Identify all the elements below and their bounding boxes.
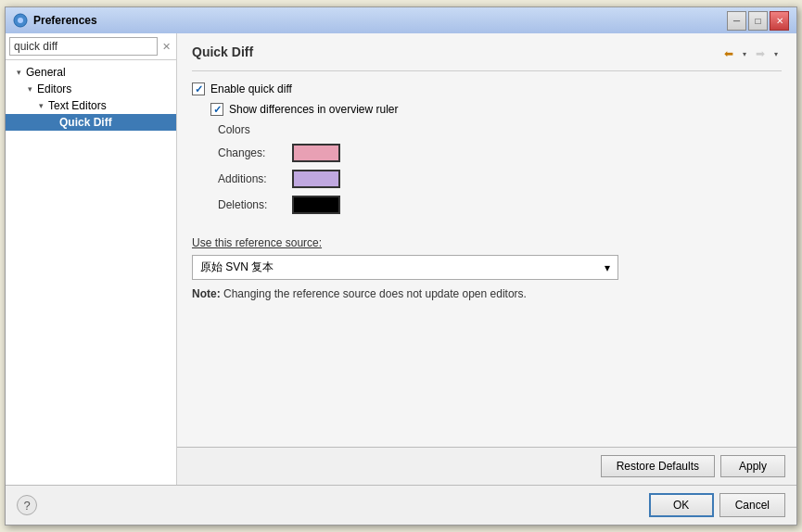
tree-label-quick-diff: Quick Diff <box>59 116 112 129</box>
right-panel-header: Quick Diff ⬅ ▾ ➡ ▾ <box>192 44 782 63</box>
tree-label-text-editors: Text Editors <box>48 99 107 112</box>
tree: ▾ General ▾ Editors ▾ Text Editors Quick… <box>6 60 176 485</box>
enable-quick-diff-label[interactable]: Enable quick diff <box>192 82 292 95</box>
enable-quick-diff-row: Enable quick diff <box>192 82 782 95</box>
show-differences-text: Show differences in overview ruler <box>229 103 399 116</box>
tree-item-general[interactable]: ▾ General <box>6 64 176 81</box>
search-clear-icon[interactable]: ✕ <box>159 41 172 53</box>
cancel-button[interactable]: Cancel <box>719 493 785 517</box>
nav-forward-button[interactable]: ➡ <box>752 46 769 61</box>
deletions-color-row: Deletions: <box>218 196 782 214</box>
help-button[interactable]: ? <box>17 495 37 515</box>
show-differences-label[interactable]: Show differences in overview ruler <box>210 103 399 116</box>
title-bar-icon <box>13 13 28 28</box>
nav-back-dropdown[interactable]: ▾ <box>739 46 750 61</box>
right-panel: Quick Diff ⬅ ▾ ➡ ▾ Enable quick diff <box>177 33 796 447</box>
dialog-footer: ? OK Cancel <box>6 485 796 525</box>
title-bar-text: Preferences <box>33 14 727 27</box>
enable-quick-diff-checkbox[interactable] <box>192 82 205 95</box>
reference-section: Use this reference source: 原始 SVN 复本 ▾ N… <box>192 236 782 300</box>
additions-color-swatch[interactable] <box>292 170 340 188</box>
tree-arrow-quick-diff <box>46 117 57 128</box>
enable-quick-diff-text: Enable quick diff <box>210 82 292 95</box>
svg-point-1 <box>18 18 23 23</box>
tree-item-editors[interactable]: ▾ Editors <box>6 81 176 97</box>
reference-source-label: Use this reference source: <box>192 236 782 249</box>
nav-forward-dropdown[interactable]: ▾ <box>770 46 782 61</box>
nav-area: ⬅ ▾ ➡ ▾ <box>720 46 782 61</box>
show-differences-checkbox[interactable] <box>210 103 223 116</box>
reference-source-dropdown[interactable]: 原始 SVN 复本 ▾ <box>192 255 618 280</box>
title-bar: Preferences ─ □ ✕ <box>6 7 796 33</box>
tree-arrow-editors: ▾ <box>24 83 35 95</box>
additions-color-row: Additions: <box>218 170 782 188</box>
apply-button[interactable]: Apply <box>720 455 785 477</box>
deletions-color-swatch[interactable] <box>292 196 340 214</box>
show-differences-row: Show differences in overview ruler <box>210 103 782 116</box>
nav-back-button[interactable]: ⬅ <box>720 46 737 61</box>
ok-button[interactable]: OK <box>649 493 714 517</box>
tree-label-general: General <box>26 66 66 79</box>
deletions-label: Deletions: <box>218 198 292 211</box>
action-buttons-bar: Restore Defaults Apply <box>177 447 796 485</box>
search-box-container: ✕ <box>6 33 176 60</box>
note-prefix: Note: <box>192 287 221 300</box>
minimize-button[interactable]: ─ <box>727 11 746 31</box>
tree-arrow-general: ▾ <box>13 67 24 78</box>
left-panel: ✕ ▾ General ▾ Editors ▾ Text Editors Qui… <box>6 33 177 485</box>
changes-label: Changes: <box>218 146 292 159</box>
tree-item-quick-diff[interactable]: Quick Diff <box>6 114 176 131</box>
maximize-button[interactable]: □ <box>748 11 768 31</box>
tree-label-editors: Editors <box>37 82 71 95</box>
search-input[interactable] <box>9 37 158 56</box>
tree-arrow-text-editors: ▾ <box>35 100 46 111</box>
action-buttons-right: Restore Defaults Apply <box>601 455 785 477</box>
dialog-body: ✕ ▾ General ▾ Editors ▾ Text Editors Qui… <box>6 33 796 485</box>
footer-buttons-right: OK Cancel <box>649 493 785 517</box>
reference-dropdown-arrow: ▾ <box>605 261 610 274</box>
reference-source-value: 原始 SVN 复本 <box>200 260 274 275</box>
right-section: Quick Diff ⬅ ▾ ➡ ▾ Enable quick diff <box>177 33 796 485</box>
tree-item-text-editors[interactable]: ▾ Text Editors <box>6 97 176 114</box>
section-title: Quick Diff <box>192 44 253 63</box>
restore-defaults-button[interactable]: Restore Defaults <box>601 455 715 477</box>
additions-label: Additions: <box>218 172 292 185</box>
colors-section: Colors Changes: Additions: Deletions: <box>218 123 782 214</box>
changes-color-row: Changes: <box>218 144 782 162</box>
title-bar-buttons: ─ □ ✕ <box>727 11 789 31</box>
colors-section-label: Colors <box>218 123 782 136</box>
changes-color-swatch[interactable] <box>292 144 340 162</box>
show-differences-section: Show differences in overview ruler Color… <box>210 103 782 222</box>
note-body: Changing the reference source does not u… <box>221 287 527 300</box>
note-text: Note: Changing the reference source does… <box>192 287 782 300</box>
preferences-dialog: Preferences ─ □ ✕ ✕ ▾ General ▾ Editors <box>5 6 797 526</box>
close-button[interactable]: ✕ <box>770 11 789 31</box>
